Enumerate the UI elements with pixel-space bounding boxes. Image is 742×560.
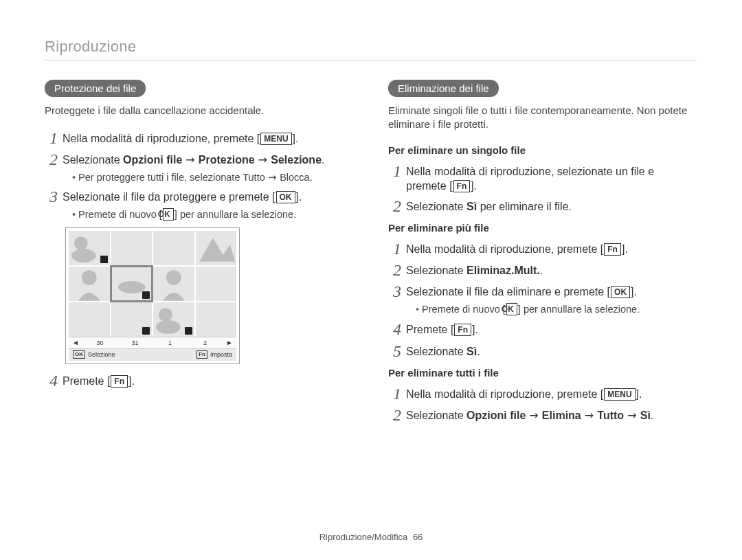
bold-si: Sì: [466, 346, 477, 357]
bold-si: Sì: [640, 410, 651, 421]
date-cell: 31: [117, 339, 153, 346]
step-text: Selezionate Sì per eliminare il file.: [406, 198, 572, 214]
bullet-pre: Premete di nuovo [: [78, 209, 162, 220]
step-number: 3: [388, 283, 406, 300]
step-text-pre: Nella modalità di riproduzione, premete …: [406, 388, 603, 400]
arrow: →: [255, 153, 271, 166]
key-fn: Fn: [454, 324, 471, 336]
step-text-post: .: [322, 154, 324, 166]
step-text: Premete [Fn].: [406, 321, 478, 337]
step-text: Selezionate Opzioni file → Elimina → Tut…: [406, 407, 653, 423]
step-number: 2: [388, 198, 406, 215]
svg-point-0: [74, 236, 88, 250]
single-step-2: 2 Selezionate Sì per eliminare il file.: [388, 198, 690, 215]
step-text-post: .: [540, 265, 543, 276]
date-cell: 2: [188, 339, 223, 346]
key-ok-small: OK: [73, 350, 85, 359]
step-number: 2: [45, 151, 63, 168]
thumbnail-grid-body: [69, 231, 236, 337]
step-text: Selezionate il file da eliminare e preme…: [406, 283, 637, 300]
key-ok: OK: [163, 208, 174, 221]
bold-blocca: Blocca: [280, 172, 310, 183]
right-column: Eliminazione dei file Eliminate singoli …: [388, 80, 690, 427]
single-step-1: 1 Nella modalità di riproduzione, selezi…: [388, 163, 690, 194]
step-text-post: ].: [636, 388, 642, 400]
file-indicator-icon: [142, 327, 150, 335]
key-menu: MENU: [260, 133, 291, 145]
thumb-cell: [69, 231, 110, 265]
bold-tutto: Tutto: [243, 172, 265, 183]
svg-marker-2: [199, 238, 235, 262]
intro-protect: Proteggete i file dalla cancellazione ac…: [45, 104, 347, 117]
step-number: 2: [388, 262, 406, 279]
step-text-post: ].: [631, 286, 637, 298]
step-text-post: per eliminare il file.: [477, 201, 572, 212]
step-text-post: ].: [472, 324, 478, 335]
protect-step-3-note: Premete di nuovo [OK] per annullare la s…: [72, 208, 347, 221]
step-number: 1: [45, 130, 63, 147]
protect-step-2: 2 Selezionate Opzioni file → Protezione …: [45, 151, 347, 168]
key-fn-small: Fn: [196, 350, 207, 359]
step-text-post: ].: [471, 180, 477, 192]
key-ok: OK: [611, 286, 630, 298]
header-rule: [45, 60, 697, 60]
step-text: Nella modalità di riproduzione, premete …: [406, 240, 628, 257]
legend-fn-label: Imposta: [210, 351, 232, 358]
step-number: 5: [388, 343, 406, 360]
thumb-cell: [153, 231, 194, 265]
protect-step-2-note: Per proteggere tutti i file, selezionate…: [72, 172, 347, 183]
footer-page-number: 66: [413, 532, 423, 542]
thumbnail-legend-row: OK Selezione Fn Imposta: [69, 348, 236, 361]
step-text-post: .: [477, 346, 480, 357]
multi-step-2: 2 Selezionate Eliminaz.Mult..: [388, 262, 690, 279]
bullet-post: .: [310, 172, 313, 183]
bold-opzioni-file: Opzioni file: [123, 154, 182, 166]
bullet-post: ] per annullare la selezione.: [175, 209, 296, 220]
subhead-all: Per eliminare tutti i file: [388, 367, 690, 379]
thumb-cell: [153, 302, 194, 337]
thumb-cell: [196, 231, 237, 265]
step-number: 1: [388, 240, 406, 258]
key-ok: OK: [276, 191, 295, 203]
svg-point-7: [156, 320, 181, 334]
thumb-cell: [69, 302, 110, 337]
thumb-cell: [111, 231, 153, 265]
file-indicator-icon: [185, 327, 192, 335]
step-number: 4: [388, 321, 406, 338]
thumb-cell: [153, 267, 194, 301]
step-number: 4: [45, 372, 63, 390]
thumb-cell: [196, 302, 237, 337]
all-step-1: 1 Nella modalità di riproduzione, premet…: [388, 385, 690, 403]
left-column: Protezione dei file Proteggete i file da…: [45, 80, 347, 427]
key-menu: MENU: [604, 388, 635, 401]
step-text-post: ].: [293, 133, 299, 144]
step-text-pre: Nella modalità di riproduzione, premete …: [406, 243, 603, 255]
thumbnail-grid-illustration: ◄ 30 31 1 2 ► OK Selezione: [65, 227, 240, 364]
subhead-multi: Per eliminare più file: [388, 222, 690, 234]
svg-point-3: [82, 270, 97, 285]
svg-point-1: [71, 249, 96, 262]
page-footer: Riproduzione/Modifica 66: [0, 532, 742, 542]
step-text-pre: Premete [: [63, 375, 110, 387]
bold-protezione: Protezione: [199, 154, 255, 166]
step-text-pre: Selezionate: [63, 154, 123, 166]
svg-point-4: [117, 281, 145, 293]
step-text-pre: Nella modalità di riproduzione, premete …: [63, 133, 260, 144]
step-text-pre: Nella modalità di riproduzione, selezion…: [406, 166, 654, 192]
arrow: →: [182, 153, 199, 166]
legend-ok-label: Selezione: [88, 351, 115, 358]
all-step-2: 2 Selezionate Opzioni file → Elimina → T…: [388, 407, 690, 424]
step-number: 1: [388, 163, 406, 180]
bullet-pre: Premete di nuovo [: [422, 304, 506, 315]
bold-elimina: Elimina: [542, 410, 581, 421]
intro-delete: Eliminate singoli file o tutti i file co…: [388, 104, 690, 132]
bold-opzioni-file: Opzioni file: [466, 410, 526, 421]
thumbnail-grid: ◄ 30 31 1 2 ► OK Selezione: [65, 227, 240, 364]
section-pill-delete: Eliminazione dei file: [388, 80, 499, 97]
step-text: Selezionate Opzioni file → Protezione → …: [63, 151, 325, 168]
thumb-cell: [69, 267, 110, 301]
page-title: Riproduzione: [45, 38, 697, 56]
bold-tutto: Tutto: [597, 410, 624, 421]
step-text: Premete [Fn].: [63, 372, 135, 389]
file-indicator-icon: [142, 291, 150, 299]
